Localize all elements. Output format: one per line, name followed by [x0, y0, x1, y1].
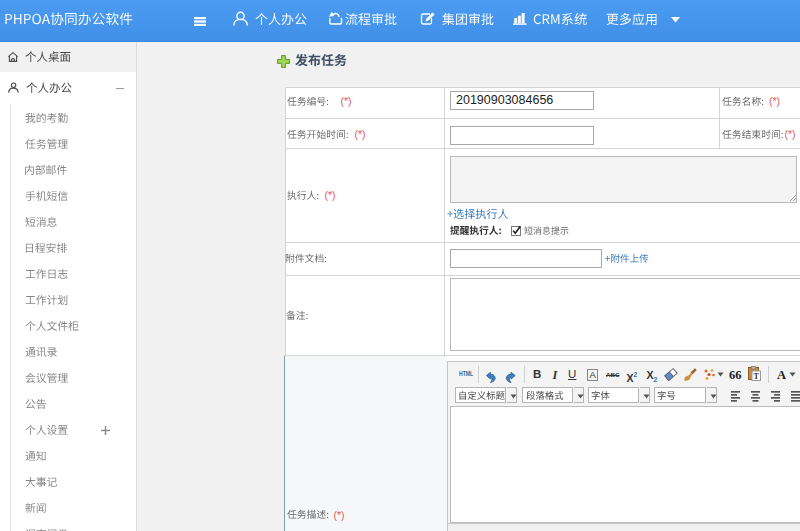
svg-text:T: T [754, 372, 760, 381]
